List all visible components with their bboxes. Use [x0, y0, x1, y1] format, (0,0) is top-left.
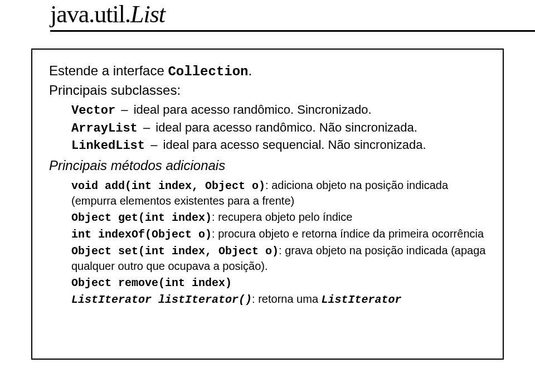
- method-row: Object get(int index): recupera objeto p…: [71, 210, 486, 225]
- subclass-desc: ideal para acesso sequencial. Não sincro…: [163, 138, 426, 152]
- method-signature: Object set(int index, Object o): [71, 245, 279, 258]
- method-signature: int indexOf(Object o): [71, 228, 212, 241]
- subclasses-heading: Principais subclasses:: [49, 83, 486, 98]
- intro-class: Collection: [168, 64, 248, 79]
- intro-prefix: Estende a interface: [49, 63, 168, 78]
- method-row: Object remove(int index): [71, 275, 486, 291]
- method-desc: : recupera objeto pelo índice: [212, 211, 352, 223]
- subclass-desc: ideal para acesso randômico. Não sincron…: [155, 120, 417, 134]
- methods-heading: Principais métodos adicionais: [49, 158, 486, 173]
- dash: –: [150, 138, 157, 152]
- slide-title: java.util.List: [50, 0, 165, 28]
- method-desc-mid: : retorna uma: [252, 293, 322, 305]
- method-row: int indexOf(Object o): procura objeto e …: [71, 226, 486, 242]
- subclass-name: ArrayList: [71, 122, 138, 135]
- title-part2: List: [130, 1, 165, 28]
- content-box: Estende a interface Collection. Principa…: [31, 49, 504, 360]
- title-part1: java.util.: [50, 1, 130, 28]
- subclass-desc: ideal para acesso randômico. Sincronizad…: [134, 103, 372, 117]
- method-row: ListIterator listIterator(): retorna uma…: [71, 292, 486, 307]
- subclass-row: LinkedList – ideal para acesso sequencia…: [71, 137, 486, 154]
- method-row: void add(int index, Object o): adiciona …: [71, 178, 486, 209]
- dash: –: [143, 120, 150, 134]
- subclass-row: Vector – ideal para acesso randômico. Si…: [71, 101, 486, 119]
- methods-list: void add(int index, Object o): adiciona …: [71, 178, 486, 307]
- subclass-row: ArrayList – ideal para acesso randômico.…: [71, 119, 486, 137]
- intro-suffix: .: [249, 63, 252, 78]
- subclasses-list: Vector – ideal para acesso randômico. Si…: [71, 101, 486, 154]
- method-signature: void add(int index, Object o): [71, 180, 265, 192]
- method-desc-tail: ListIterator: [322, 293, 402, 306]
- subclass-name: Vector: [71, 104, 115, 118]
- dash: –: [121, 103, 128, 117]
- method-desc: : procura objeto e retorna índice da pri…: [212, 228, 484, 240]
- method-signature: ListIterator listIterator(): [71, 293, 252, 306]
- method-signature: Object get(int index): [71, 211, 212, 224]
- subclass-name: LinkedList: [71, 139, 145, 153]
- title-underline: [50, 30, 535, 32]
- method-signature: Object remove(int index): [71, 277, 232, 289]
- intro-line: Estende a interface Collection.: [49, 63, 486, 79]
- method-row: Object set(int index, Object o): grava o…: [71, 243, 486, 274]
